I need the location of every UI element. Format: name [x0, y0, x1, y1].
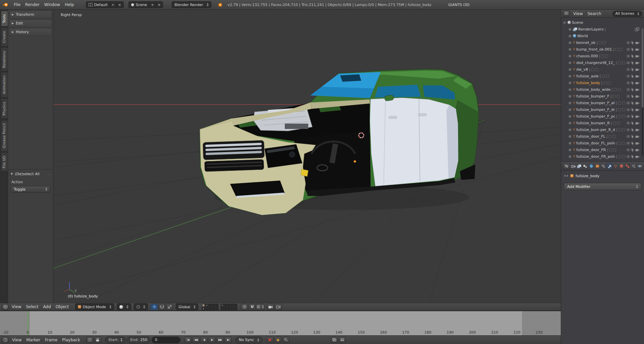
layer-cell[interactable] — [205, 304, 208, 307]
restrict-slot-icon[interactable] — [606, 75, 609, 78]
restrict-slot-icon[interactable] — [609, 148, 612, 151]
expand-icon[interactable]: ⊕ — [568, 155, 572, 158]
renderable-camera-icon[interactable] — [635, 61, 639, 64]
outliner-object-row[interactable]: ⊕ ▽ fullsize_body_wide | — [561, 86, 644, 93]
object-name[interactable]: chassis.000 — [576, 54, 598, 58]
expand-icon[interactable]: ⊕ — [568, 48, 572, 51]
snap-element-dropdown[interactable] — [256, 304, 264, 310]
outliner-renderlayers-row[interactable]: ⊕ RenderLayers | — [561, 26, 644, 32]
transform-orientation-selector[interactable]: Global — [176, 303, 198, 310]
outliner-world-row[interactable]: ⊕ World — [561, 32, 644, 39]
restrict-slot-icon[interactable] — [622, 115, 625, 118]
panel-drag-dots-icon[interactable] — [46, 12, 49, 17]
selectable-cursor-icon[interactable] — [631, 141, 634, 145]
editor-type-button[interactable] — [563, 10, 570, 17]
toolshelf-tab[interactable]: Animation — [1, 72, 8, 97]
expand-icon[interactable]: ⊕ — [568, 94, 572, 98]
visibility-eye-icon[interactable] — [626, 108, 630, 111]
panel-drag-dots-icon[interactable] — [46, 21, 49, 25]
manipulator-translate-button[interactable] — [151, 304, 158, 310]
selectable-cursor-icon[interactable] — [631, 61, 634, 65]
add-layout-button[interactable]: + — [110, 2, 116, 7]
layer-cell[interactable] — [209, 307, 212, 310]
layer-cell[interactable] — [224, 307, 227, 310]
restrict-slot-icon[interactable] — [607, 81, 610, 84]
expand-icon[interactable]: ⊕ — [568, 108, 572, 112]
restrict-slot-icon[interactable] — [614, 88, 617, 91]
visibility-eye-icon[interactable] — [626, 68, 630, 71]
selectable-cursor-icon[interactable] — [631, 81, 634, 85]
toolshelf-panel-header[interactable]: ▶ Transform — [9, 11, 52, 18]
object-name[interactable]: fullsize_bumper_F_polic — [576, 114, 615, 119]
restrict-slot-icon[interactable] — [622, 61, 625, 64]
restrict-slot-icon[interactable] — [618, 155, 621, 158]
restrict-slot-icon[interactable] — [613, 148, 616, 151]
restrict-slot-icon[interactable] — [618, 88, 621, 91]
restrict-slot-icon[interactable] — [618, 142, 621, 145]
object-name[interactable]: fullsize_bum per_R_dmg — [576, 128, 615, 132]
action-dropdown[interactable]: Toggle — [11, 186, 50, 193]
restrict-slot-icon[interactable] — [617, 122, 620, 125]
tab-particles-icon[interactable] — [631, 163, 636, 169]
visibility-eye-icon[interactable] — [626, 142, 630, 145]
visibility-eye-icon[interactable] — [626, 61, 630, 64]
manipulator-rotate-button[interactable] — [158, 304, 165, 310]
expand-icon[interactable]: ⊕ — [568, 115, 572, 118]
restrict-slot-icon[interactable] — [622, 142, 625, 145]
tab-physics-icon[interactable] — [637, 163, 642, 169]
expand-icon[interactable]: ⊕ — [568, 88, 572, 91]
editor-type-button[interactable] — [2, 337, 9, 343]
restrict-slot-icon[interactable] — [622, 101, 625, 105]
object-name[interactable]: dod_chargersrt8_12_lo — [576, 61, 615, 65]
renderable-camera-icon[interactable] — [635, 75, 639, 78]
topbar-menu-item[interactable]: Help — [62, 2, 76, 7]
visibility-eye-icon[interactable] — [626, 101, 630, 105]
layer-cell[interactable] — [209, 304, 212, 307]
restrict-slot-icon[interactable] — [595, 68, 598, 71]
renderable-camera-icon[interactable] — [635, 48, 639, 51]
toolshelf-tab[interactable]: Relations — [1, 48, 8, 71]
renderable-camera-icon[interactable] — [635, 81, 639, 84]
expand-icon[interactable]: ⊕ — [568, 128, 572, 132]
screen-layout-selector[interactable]: Default + × — [86, 1, 124, 8]
topbar-menu-item[interactable]: File — [11, 2, 23, 7]
outliner-object-row[interactable]: ⊕ ▽ dw_v8 | — [561, 66, 644, 73]
tab-material-icon[interactable] — [619, 163, 624, 169]
selectable-cursor-icon[interactable] — [631, 68, 634, 71]
expand-icon[interactable]: ⊕ — [568, 135, 572, 138]
transport-button[interactable]: ◀ — [200, 337, 208, 343]
restrict-slot-icon[interactable] — [615, 48, 618, 51]
editor-type-button[interactable] — [2, 304, 9, 310]
renderable-camera-icon[interactable] — [635, 115, 639, 118]
timeline-menu-item[interactable]: Frame — [43, 338, 60, 342]
selectable-cursor-icon[interactable] — [631, 88, 634, 91]
visibility-eye-icon[interactable] — [626, 81, 630, 84]
paste-pose-button[interactable] — [339, 337, 346, 343]
layer-cell[interactable] — [202, 304, 205, 307]
restrict-slot-icon[interactable] — [602, 75, 605, 78]
object-name[interactable]: fullsize_door_FL — [576, 134, 605, 139]
object-name[interactable]: fullsize_body — [576, 81, 600, 85]
visibility-eye-icon[interactable] — [626, 55, 630, 58]
auto-keyframe-record-button[interactable] — [266, 337, 273, 343]
object-name[interactable]: bonnet_ok — [576, 41, 595, 45]
selectable-cursor-icon[interactable] — [631, 148, 634, 152]
visibility-eye-icon[interactable] — [626, 75, 630, 78]
restrict-slot-icon[interactable] — [619, 48, 622, 51]
restrict-slot-icon[interactable] — [618, 108, 621, 111]
visibility-eye-icon[interactable] — [626, 122, 630, 125]
outliner-object-row[interactable]: ⊕ ▽ fullsize_bumper_F_polic | — [561, 113, 644, 120]
panel-drag-dots-icon[interactable] — [46, 30, 49, 34]
outliner-object-row[interactable]: ⊕ ▽ fullsize_axle | — [561, 73, 644, 79]
pivot-point-selector[interactable] — [134, 303, 148, 310]
toolshelf-tab[interactable]: Grease Pencil — [1, 120, 8, 151]
sync-mode-selector[interactable]: No Sync — [235, 337, 263, 343]
restrict-slot-icon[interactable] — [591, 68, 594, 71]
renderable-camera-icon[interactable] — [635, 41, 639, 44]
expand-icon[interactable]: ⊕ — [568, 148, 572, 152]
renderable-camera-icon[interactable] — [635, 108, 639, 111]
remove-layout-button[interactable]: × — [117, 2, 122, 7]
restrict-slot-icon[interactable] — [618, 115, 621, 118]
view3d-menu-item[interactable]: Add — [41, 304, 53, 309]
transport-button[interactable]: |◀ — [184, 337, 192, 343]
